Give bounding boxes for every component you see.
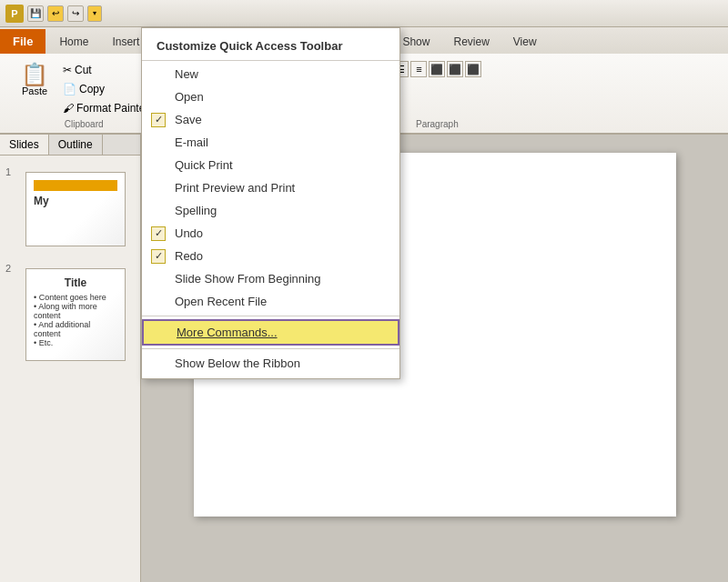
print-preview-label: Print Preview and Print — [175, 181, 295, 195]
redo-checkbox: ✓ — [151, 249, 166, 264]
bullet-4: • Etc. — [34, 338, 117, 347]
slide-2-thumb[interactable]: Title • Content goes here • Along with m… — [25, 268, 126, 361]
tab-view[interactable]: View — [501, 29, 549, 54]
undo-btn[interactable]: ↩ — [47, 5, 64, 22]
slideshow-label: Slide Show From Beginning — [175, 272, 320, 286]
customize-toolbar-menu: Customize Quick Access Toolbar New Open … — [141, 27, 400, 379]
slide-2-container: 2 Title • Content goes here • Along with… — [18, 261, 133, 368]
copy-icon: 📄 — [63, 83, 76, 95]
menu-item-more-commands[interactable]: More Commands... — [142, 319, 399, 346]
email-label: E-mail — [175, 135, 208, 149]
menu-separator — [142, 316, 399, 316]
format-painter-button[interactable]: 🖌 Format Painter — [58, 99, 153, 117]
app-icon: P — [5, 5, 24, 23]
cut-button[interactable]: ✂ Cut — [58, 61, 153, 79]
menu-item-open-recent[interactable]: Open Recent File — [142, 290, 399, 313]
tab-review[interactable]: Review — [441, 29, 500, 54]
new-label: New — [175, 67, 198, 81]
tab-home[interactable]: Home — [47, 29, 100, 54]
align-left-btn[interactable]: ⬛ — [429, 61, 445, 77]
menu-item-quick-print[interactable]: Quick Print — [142, 154, 399, 176]
open-recent-label: Open Recent File — [175, 295, 267, 308]
clipboard-group-content: 📋 Paste ✂ Cut 📄 Copy 🖌 Format Painter — [15, 57, 153, 117]
redo-label: Redo — [175, 249, 203, 263]
slide-1-text: My — [34, 195, 117, 207]
slide-1-container: 1 My — [18, 165, 133, 254]
slide-1-content: My — [26, 173, 125, 246]
bullet-3: • And additional content — [34, 320, 117, 338]
cut-icon: ✂ — [63, 64, 72, 76]
dropdown-header: Customize Quick Access Toolbar — [142, 32, 399, 61]
tab-outline[interactable]: Outline — [49, 135, 103, 155]
slide-1-thumb[interactable]: My — [25, 172, 126, 246]
menu-item-save[interactable]: ✓ Save — [142, 108, 399, 131]
tab-file[interactable]: File — [0, 29, 46, 54]
menu-separator-2 — [142, 348, 399, 349]
quick-print-label: Quick Print — [175, 158, 233, 172]
menu-item-email[interactable]: E-mail — [142, 131, 399, 154]
slide-2-content: Title • Content goes here • Along with m… — [26, 269, 125, 360]
slide-1-number: 1 — [5, 166, 11, 177]
slides-panel: Slides Outline 1 My 2 Title • Content go… — [0, 135, 141, 582]
clipboard-label: Clipboard — [65, 117, 104, 129]
save-label: Save — [175, 113, 202, 126]
paste-icon: 📋 — [21, 64, 48, 85]
para-label: Paragraph — [416, 117, 459, 129]
copy-button[interactable]: 📄 Copy — [58, 80, 153, 98]
clipboard-small-btns: ✂ Cut 📄 Copy 🖌 Format Painter — [58, 61, 153, 117]
bullet-1: • Content goes here — [34, 293, 117, 302]
menu-item-redo[interactable]: ✓ Redo — [142, 245, 399, 267]
save-checkbox: ✓ — [151, 113, 166, 127]
format-painter-icon: 🖌 — [63, 102, 74, 115]
menu-item-undo[interactable]: ✓ Undo — [142, 222, 399, 245]
slide-2-bullets: • Content goes here • Along with more co… — [34, 293, 117, 347]
menu-item-slideshow[interactable]: Slide Show From Beginning — [142, 267, 399, 290]
quick-access-dropdown-btn[interactable]: ▾ — [87, 5, 102, 22]
menu-item-open[interactable]: Open — [142, 85, 399, 108]
numbered-list-btn[interactable]: ≡ — [410, 61, 427, 77]
menu-item-show-below[interactable]: Show Below the Ribbon — [142, 352, 399, 375]
save-quick-btn[interactable]: 💾 — [27, 5, 44, 22]
undo-checkbox: ✓ — [151, 226, 166, 241]
menu-item-print-preview[interactable]: Print Preview and Print — [142, 176, 399, 199]
clipboard-group: 📋 Paste ✂ Cut 📄 Copy 🖌 Format Painter — [7, 57, 161, 129]
format-painter-label: Format Painter — [76, 102, 148, 115]
paste-button[interactable]: 📋 Paste — [15, 61, 55, 99]
slide-2-number: 2 — [5, 263, 11, 274]
open-label: Open — [175, 90, 204, 104]
cut-label: Cut — [75, 64, 92, 76]
more-commands-label: More Commands... — [177, 326, 278, 339]
redo-btn[interactable]: ↪ — [67, 5, 84, 22]
show-below-label: Show Below the Ribbon — [175, 356, 300, 370]
slides-tabs: Slides Outline — [0, 135, 140, 156]
align-right-btn[interactable]: ⬛ — [465, 61, 481, 77]
bullet-2: • Along with more content — [34, 302, 117, 320]
copy-label: Copy — [79, 83, 105, 95]
undo-label: Undo — [175, 226, 203, 240]
align-center-btn[interactable]: ⬛ — [447, 61, 463, 77]
paste-label: Paste — [22, 85, 47, 96]
spelling-label: Spelling — [175, 204, 217, 217]
tab-slides[interactable]: Slides — [0, 135, 49, 155]
slide-2-title: Title — [34, 276, 117, 289]
menu-item-new[interactable]: New — [142, 63, 399, 85]
menu-item-spelling[interactable]: Spelling — [142, 199, 399, 222]
title-bar: P 💾 ↩ ↪ ▾ — [0, 0, 728, 27]
dropdown-overlay: Customize Quick Access Toolbar New Open … — [141, 27, 400, 379]
